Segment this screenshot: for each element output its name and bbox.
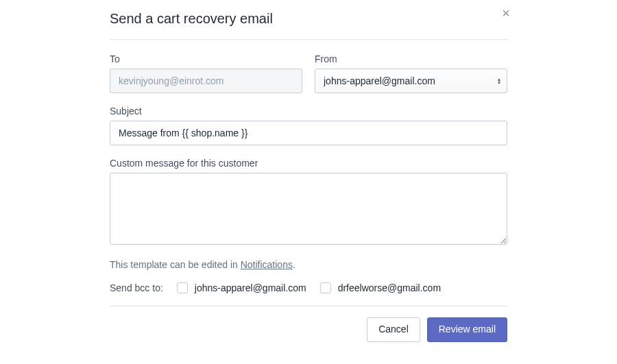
bcc-option: johns-apparel@gmail.com (177, 282, 306, 293)
bcc-lead-label: Send bcc to: (110, 282, 163, 293)
cart-recovery-email-modal: Send a cart recovery email × To From joh… (0, 0, 617, 356)
from-select[interactable]: johns-apparel@gmail.com (315, 69, 507, 93)
bcc-option-label: johns-apparel@gmail.com (195, 282, 306, 293)
notifications-link[interactable]: Notifications (241, 259, 293, 270)
modal-title: Send a cart recovery email (110, 11, 273, 26)
to-input (110, 69, 302, 93)
subject-label: Subject (110, 106, 507, 117)
from-label: From (315, 53, 507, 64)
bcc-checkbox-1[interactable] (177, 282, 188, 293)
bcc-row: Send bcc to: johns-apparel@gmail.com drf… (110, 282, 507, 293)
modal-body: To From johns-apparel@gmail.com ▴▾ Subje… (110, 40, 507, 306)
bcc-option-label: drfeelworse@gmail.com (338, 282, 441, 293)
template-note: This template can be edited in Notificat… (110, 259, 507, 270)
review-email-button[interactable]: Review email (427, 317, 507, 341)
template-note-suffix: . (293, 259, 295, 270)
close-icon[interactable]: × (498, 5, 514, 21)
bcc-checkbox-2[interactable] (320, 282, 331, 293)
custom-message-label: Custom message for this customer (110, 158, 507, 169)
subject-input[interactable] (110, 121, 507, 145)
custom-message-textarea[interactable] (110, 173, 507, 245)
template-note-prefix: This template can be edited in (110, 259, 241, 270)
bcc-option: drfeelworse@gmail.com (320, 282, 441, 293)
to-label: To (110, 53, 302, 64)
modal-header: Send a cart recovery email × (110, 0, 507, 40)
cancel-button[interactable]: Cancel (367, 317, 420, 341)
modal-footer: Cancel Review email (110, 306, 507, 341)
